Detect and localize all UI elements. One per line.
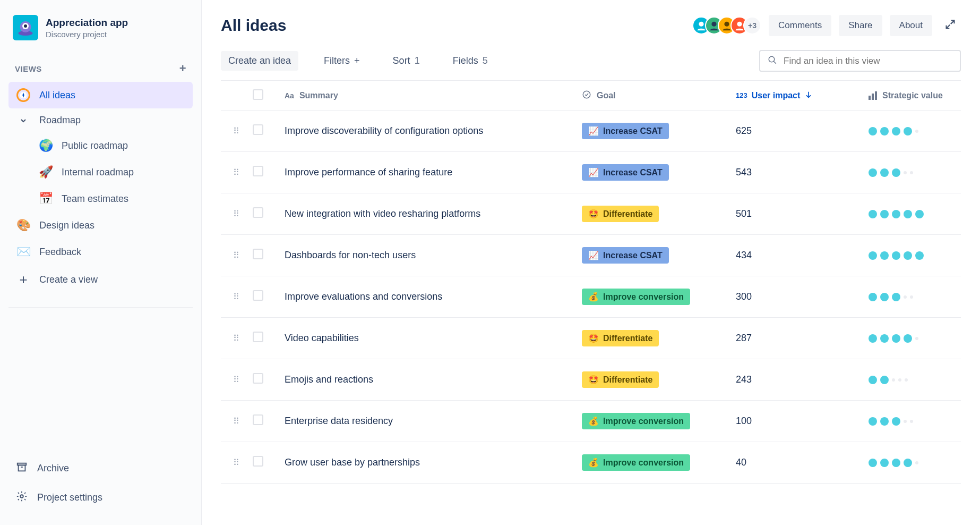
- row-checkbox[interactable]: [253, 207, 263, 218]
- goal-tag[interactable]: 📈 Increase CSAT: [582, 247, 669, 264]
- goal-tag[interactable]: 📈 Increase CSAT: [582, 123, 669, 139]
- drag-handle-icon[interactable]: ⠿: [221, 209, 253, 219]
- row-checkbox[interactable]: [253, 166, 263, 176]
- add-view-icon[interactable]: +: [179, 62, 186, 75]
- search-box[interactable]: [759, 50, 961, 72]
- goal-tag[interactable]: 💰 Improve conversion: [582, 413, 690, 429]
- avatars[interactable]: +3: [692, 16, 761, 35]
- fields-button[interactable]: Fields 5: [445, 51, 495, 71]
- drag-handle-icon[interactable]: ⠿: [221, 250, 253, 260]
- row-checkbox[interactable]: [253, 456, 263, 467]
- archive-label: Archive: [37, 463, 69, 474]
- rating-dot: [869, 210, 877, 218]
- sidebar-item-label: Roadmap: [39, 115, 81, 126]
- select-all-checkbox[interactable]: [253, 89, 263, 100]
- row-checkbox[interactable]: [253, 124, 263, 135]
- sort-button[interactable]: Sort 1: [385, 51, 427, 71]
- svg-point-8: [20, 495, 23, 498]
- drag-handle-icon[interactable]: ⠿: [221, 292, 253, 302]
- row-checkbox[interactable]: [253, 249, 263, 259]
- cell-summary: Enterprise data residency: [285, 416, 582, 427]
- cell-user-impact: 243: [736, 374, 869, 385]
- goal-label: Increase CSAT: [603, 251, 663, 260]
- table-row[interactable]: ⠿ Grow user base by partnerships 💰 Impro…: [221, 442, 961, 484]
- avatar-more[interactable]: +3: [743, 16, 761, 35]
- goal-tag[interactable]: 🤩 Differentiate: [582, 330, 659, 346]
- drag-handle-icon[interactable]: ⠿: [221, 458, 253, 468]
- sidebar-item-internal-roadmap[interactable]: 🚀 Internal roadmap: [8, 159, 193, 185]
- filters-button[interactable]: Filters +: [316, 51, 367, 71]
- cell-summary: Grow user base by partnerships: [285, 457, 582, 468]
- goal-tag[interactable]: 💰 Improve conversion: [582, 289, 690, 305]
- sidebar-item-public-roadmap[interactable]: 🌍 Public roadmap: [8, 132, 193, 159]
- cell-user-impact: 100: [736, 416, 869, 427]
- views-header: VIEWS +: [8, 57, 193, 80]
- goal-tag[interactable]: 💰 Improve conversion: [582, 454, 690, 471]
- main-header: All ideas +3 Comments Share About: [221, 15, 961, 36]
- row-checkbox[interactable]: [253, 290, 263, 301]
- drag-handle-icon[interactable]: ⠿: [221, 126, 253, 136]
- goal-emoji-icon: 📈: [588, 126, 599, 136]
- sidebar-item-label: Feedback: [39, 247, 81, 258]
- row-checkbox[interactable]: [253, 373, 263, 384]
- cell-summary: Improve evaluations and conversions: [285, 291, 582, 302]
- goal-tag[interactable]: 🤩 Differentiate: [582, 206, 659, 222]
- table-row[interactable]: ⠿ Improve performance of sharing feature…: [221, 152, 961, 193]
- goal-tag[interactable]: 🤩 Differentiate: [582, 371, 659, 388]
- project-settings-button[interactable]: Project settings: [8, 483, 193, 512]
- about-button[interactable]: About: [890, 15, 932, 36]
- rating-dot: [892, 168, 900, 177]
- table-row[interactable]: ⠿ Video capabilities 🤩 Differentiate 287: [221, 318, 961, 359]
- drag-handle-icon[interactable]: ⠿: [221, 333, 253, 343]
- project-header[interactable]: Appreciation app Discovery project: [8, 13, 193, 43]
- column-goal[interactable]: Goal: [582, 90, 736, 101]
- envelope-icon: ✉️: [16, 245, 31, 259]
- cell-goal: 💰 Improve conversion: [582, 289, 736, 305]
- column-summary[interactable]: Aa Summary: [285, 91, 582, 100]
- row-checkbox[interactable]: [253, 332, 263, 342]
- cell-summary: Improve performance of sharing feature: [285, 167, 582, 178]
- toolbar: Create an idea Filters + Sort 1 Fields 5: [221, 50, 961, 72]
- goal-tag[interactable]: 📈 Increase CSAT: [582, 164, 669, 181]
- share-button[interactable]: Share: [839, 15, 882, 36]
- cell-strategic-value: [869, 127, 980, 136]
- column-user-impact[interactable]: 123 User impact: [736, 90, 869, 101]
- drag-handle-icon[interactable]: ⠿: [221, 416, 253, 426]
- rating-dot: [892, 417, 900, 426]
- svg-point-13: [769, 56, 775, 62]
- drag-handle-icon[interactable]: ⠿: [221, 167, 253, 177]
- table-row[interactable]: ⠿ Improve discoverability of configurati…: [221, 111, 961, 152]
- rating-dot: [910, 420, 913, 423]
- archive-button[interactable]: Archive: [8, 454, 193, 483]
- table-row[interactable]: ⠿ Emojis and reactions 🤩 Differentiate 2…: [221, 359, 961, 401]
- goal-label: Increase CSAT: [603, 126, 663, 136]
- comments-button[interactable]: Comments: [769, 15, 831, 36]
- sidebar-item-team-estimates[interactable]: 📅 Team estimates: [8, 185, 193, 212]
- sidebar-item-label: Create a view: [39, 274, 98, 285]
- table-row[interactable]: ⠿ Improve evaluations and conversions 💰 …: [221, 276, 961, 318]
- row-checkbox[interactable]: [253, 414, 263, 425]
- sidebar-item-all-ideas[interactable]: All ideas: [8, 82, 193, 108]
- sidebar: Appreciation app Discovery project VIEWS…: [0, 0, 202, 525]
- calendar-icon: 📅: [38, 192, 53, 206]
- svg-point-11: [724, 22, 729, 27]
- filters-label: Filters: [324, 55, 350, 66]
- drag-handle-icon[interactable]: ⠿: [221, 375, 253, 385]
- sidebar-item-create-view[interactable]: + Create a view: [8, 265, 193, 294]
- sidebar-item-design-ideas[interactable]: 🎨 Design ideas: [8, 212, 193, 239]
- table-row[interactable]: ⠿ New integration with video resharing p…: [221, 193, 961, 235]
- sidebar-item-roadmap[interactable]: Roadmap: [8, 108, 193, 132]
- table-row[interactable]: ⠿ Dashboards for non-tech users 📈 Increa…: [221, 235, 961, 276]
- cell-summary: Improve discoverability of configuration…: [285, 125, 582, 137]
- rating-dot: [892, 127, 900, 136]
- search-input[interactable]: [784, 56, 952, 66]
- sidebar-item-feedback[interactable]: ✉️ Feedback: [8, 239, 193, 265]
- cell-strategic-value: [869, 376, 980, 384]
- project-logo: [13, 15, 38, 40]
- rating-dot: [880, 251, 889, 260]
- expand-icon[interactable]: [940, 16, 961, 36]
- table-row[interactable]: ⠿ Enterprise data residency 💰 Improve co…: [221, 401, 961, 442]
- rating-dot: [904, 210, 912, 218]
- create-idea-button[interactable]: Create an idea: [221, 51, 298, 71]
- column-strategic-value[interactable]: Strategic value: [869, 91, 980, 100]
